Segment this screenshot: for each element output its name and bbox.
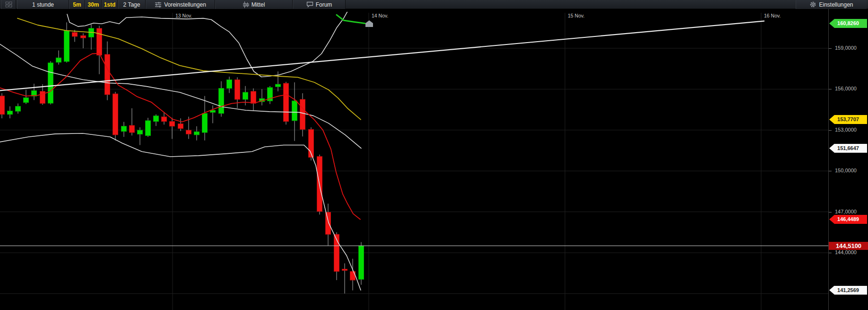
settings-button[interactable]: Einstellungen	[796, 0, 867, 9]
timeframe-current-button[interactable]: 1 stunde	[17, 0, 69, 9]
candle	[64, 31, 69, 62]
price-tick-label: 156,0000	[835, 86, 857, 92]
price-tick	[829, 130, 832, 131]
date-label: 13 Nov.	[175, 13, 192, 18]
trendline-value-tag: 160,8260	[829, 19, 867, 28]
red-ma-value-tag: 146,4489	[829, 215, 867, 224]
candle	[122, 126, 127, 132]
layout-grid-button[interactable]	[1, 0, 16, 9]
candle	[178, 124, 183, 129]
timeframe-1std-button[interactable]: 1std	[102, 0, 118, 9]
timeframe-30m-button[interactable]: 30m	[85, 0, 102, 9]
drawing-handle-marker[interactable]	[365, 20, 373, 27]
candle	[342, 269, 347, 271]
timeframe-5m-label: 5m	[73, 1, 81, 8]
price-tick	[829, 89, 832, 89]
middle-band-line	[0, 44, 361, 148]
mittel-label: Mittel	[252, 1, 265, 8]
candle	[8, 111, 13, 114]
candle	[276, 84, 281, 87]
candle	[72, 33, 78, 36]
range-2tage-label: 2 Tage	[123, 1, 140, 8]
mittel-button[interactable]: Mittel	[215, 0, 293, 9]
gear-icon	[809, 1, 816, 8]
candle	[48, 63, 53, 103]
chart-canvas[interactable]: 13 Nov.14 Nov.15 Nov.16 Nov.	[0, 0, 868, 310]
candle	[0, 96, 5, 115]
candlestick-icon	[243, 1, 249, 8]
candle	[24, 98, 29, 103]
date-label: 15 Nov.	[568, 13, 584, 18]
yellow-ma-value-tag: 153,7707	[829, 115, 867, 124]
presets-button[interactable]: Voreinstellungen	[146, 0, 215, 9]
price-tick-label: 147,0000	[835, 209, 857, 215]
candle	[243, 92, 248, 99]
layout-grid-icon	[5, 1, 12, 8]
candle	[186, 130, 191, 134]
price-tick-label: 153,0000	[835, 127, 857, 133]
candle	[56, 58, 61, 62]
settings-label: Einstellungen	[819, 1, 853, 8]
candle	[105, 54, 110, 95]
candle	[292, 101, 297, 121]
price-tick	[829, 253, 832, 253]
lower-band-value-tag: 141,2569	[829, 286, 867, 295]
candle	[162, 117, 167, 122]
candle	[154, 116, 159, 122]
timeframe-1std-label: 1std	[104, 1, 116, 8]
candle	[284, 83, 289, 122]
candle	[350, 271, 356, 280]
trendline-drawing[interactable]	[0, 21, 764, 90]
candle	[202, 114, 208, 133]
forum-button[interactable]: Forum	[293, 0, 346, 9]
candle	[251, 91, 256, 103]
price-tick-label: 144,0000	[835, 249, 857, 256]
candle	[138, 130, 143, 134]
upper-band-value-tag: 151,6647	[829, 144, 867, 153]
candle	[16, 106, 21, 111]
candle	[130, 125, 135, 133]
timeframe-30m-label: 30m	[87, 1, 99, 8]
price-tick	[829, 171, 832, 171]
sliders-icon	[155, 1, 162, 8]
timeframe-current-label: 1 stunde	[32, 1, 54, 8]
range-2tage-button[interactable]: 2 Tage	[118, 0, 146, 9]
candle	[81, 35, 86, 38]
date-label: 16 Nov.	[764, 13, 781, 18]
candle	[359, 246, 364, 279]
candle	[170, 122, 175, 126]
timeframe-5m-button[interactable]: 5m	[69, 0, 85, 9]
toolbar: 1 stunde 5m 30m 1std 2 Tage	[0, 0, 868, 9]
trading-chart-window: 13 Nov.14 Nov.15 Nov.16 Nov. 1 stunde 5m…	[0, 0, 868, 310]
candle	[113, 94, 118, 135]
forum-label: Forum	[316, 1, 332, 8]
price-tick-label: 159,0000	[835, 45, 857, 51]
candle	[326, 212, 331, 234]
price-tick	[829, 48, 832, 49]
speech-bubble-icon	[306, 1, 313, 8]
candle	[219, 89, 224, 114]
candle	[97, 28, 102, 55]
price-tick	[829, 212, 832, 213]
red-ma-line	[0, 53, 360, 220]
presets-label: Voreinstellungen	[164, 1, 206, 8]
candle	[300, 99, 305, 129]
date-label: 14 Nov.	[372, 13, 388, 18]
candle	[194, 132, 200, 135]
price-axis[interactable]: 159,0000156,0000153,0000150,0000147,0000…	[828, 9, 868, 310]
candle	[235, 80, 240, 99]
candle	[146, 121, 151, 136]
current-price-tag: 144,5100	[829, 242, 868, 250]
candle	[227, 80, 232, 89]
price-tick-label: 150,0000	[835, 168, 857, 174]
